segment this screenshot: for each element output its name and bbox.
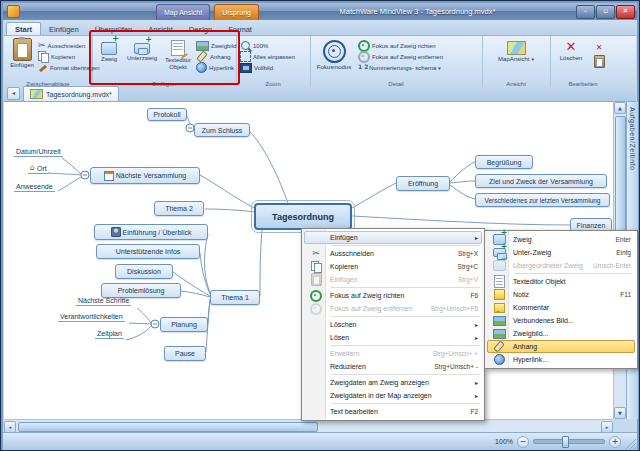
node-unterstuetzende-infos[interactable]: Unterstützende Infos	[96, 244, 200, 259]
ribbon-tab-format[interactable]: Format	[220, 23, 260, 35]
node-pause[interactable]: Pause	[164, 346, 206, 361]
node-verantwortlichkeiten[interactable]: Verantwortlichkeiten	[58, 313, 125, 322]
edit-extra-button-2[interactable]	[594, 56, 605, 67]
node-zum-schluss[interactable]: Zum Schluss	[194, 123, 250, 137]
focus-target-icon	[310, 290, 322, 302]
menu-item-loesen[interactable]: Lösen ▸	[304, 331, 482, 344]
paste-button[interactable]: Einfügen	[6, 38, 38, 69]
scroll-up-button[interactable]: ▲	[614, 102, 626, 114]
menu-item-kopieren[interactable]: Kopieren Strg+C	[304, 260, 482, 273]
subbranch-button[interactable]: Unterzweig	[124, 39, 160, 62]
scroll-down-button[interactable]: ▼	[614, 407, 626, 419]
ribbon-tab-ansicht[interactable]: Ansicht	[140, 23, 181, 35]
submenu-item-anhang[interactable]: Anhang	[487, 340, 635, 353]
submenu-item-texteditor-objekt[interactable]: Texteditor Objekt	[487, 275, 635, 288]
node-naechste-schritte[interactable]: Nächste Schritte	[76, 297, 131, 306]
resize-grip[interactable]	[625, 438, 636, 449]
fullscreen-button[interactable]: Vollbild	[240, 62, 273, 73]
zoom-in-button[interactable]: +	[609, 436, 621, 448]
node-anwesende[interactable]: Anwesende	[14, 183, 55, 192]
map-icon	[507, 41, 526, 55]
zoom-100-button[interactable]: 100%	[240, 40, 268, 51]
node-zeitplan[interactable]: Zeitplan	[95, 330, 124, 339]
node-diskussion[interactable]: Diskussion	[115, 264, 173, 279]
node-planung[interactable]: Planung	[160, 317, 208, 332]
delete-small-icon: ✕	[594, 43, 604, 53]
cut-button[interactable]: ✂ Ausschneiden	[38, 40, 85, 51]
maximize-button[interactable]: ▫	[596, 5, 615, 19]
menu-item-einfuegen[interactable]: Einfügen ▸	[304, 231, 482, 244]
menu-item-zweigdaten-zweig[interactable]: Zweigdaten am Zweig anzeigen ▸	[304, 376, 482, 389]
node-ziel-zweck[interactable]: Ziel und Zweck der Versammlung	[475, 174, 607, 188]
menu-item-erweitern: Erweitern Strg+Umsch+ +	[304, 347, 482, 360]
close-button[interactable]: ✕	[616, 5, 635, 19]
edit-extra-button-1[interactable]: ✕	[594, 42, 604, 53]
submenu-item-verbundenes-bild[interactable]: Verbundenes Bild...	[487, 314, 635, 327]
paste-icon	[13, 38, 32, 61]
focus-remove-button[interactable]: Fokus auf Zweig entfernen	[358, 51, 443, 62]
ribbon-tab-start[interactable]: Start	[6, 22, 41, 35]
parent-branch-icon	[493, 260, 506, 271]
menu-item-loeschen[interactable]: Löschen ▸	[304, 318, 482, 331]
map-view-button[interactable]: MapAnsicht ▾	[490, 39, 542, 63]
delete-button[interactable]: ✕ Löschen	[554, 39, 588, 62]
submenu-item-hyperlink[interactable]: Hyperlink...	[487, 353, 635, 366]
node-naechste-versammlung[interactable]: Nächste Versammlung	[90, 167, 200, 184]
node-einfuehrung-ueberblick[interactable]: Einführung / Überblick	[94, 224, 208, 240]
node-problemloesung[interactable]: Problemlösung	[101, 283, 181, 298]
zoom-slider[interactable]	[533, 439, 605, 444]
submenu-item-kommentar[interactable]: Kommentar	[487, 301, 635, 314]
app-window: Map Ansicht Ursprung MatchWare MindView …	[0, 0, 640, 451]
branch-button[interactable]: Zweig	[95, 39, 123, 63]
group-einfuegen: Zweig Unterzweig Texteditor Objekt Zweig…	[92, 36, 237, 88]
zoom-out-button[interactable]: −	[517, 436, 529, 448]
node-eroeffnung[interactable]: Eröffnung	[396, 176, 450, 191]
submenu-arrow-icon: ▸	[470, 392, 478, 399]
group-zoom: 100% Alles einpassen Vollbild Zoom	[236, 36, 311, 88]
minimize-button[interactable]: –	[576, 5, 595, 19]
fullscreen-icon	[240, 63, 252, 73]
node-datum-uhrzeit[interactable]: Datum/Uhrzeit	[14, 148, 63, 157]
app-icon[interactable]	[7, 5, 20, 18]
contextual-tab-ursprung[interactable]: Ursprung	[214, 4, 259, 20]
delete-label: Löschen	[560, 55, 583, 62]
format-painter-button[interactable]: Format übertragen	[38, 62, 100, 73]
numbering-scheme-button[interactable]: Nummerierungs- schema ▾	[358, 62, 441, 73]
branch-image-button[interactable]: Zweigbild	[196, 40, 236, 51]
hyperlink-button[interactable]: Hyperlink	[196, 62, 234, 73]
menu-item-label: Zweigbild...	[509, 330, 631, 337]
node-verschiedenes[interactable]: Verschiedenes zur letzten Versammlung	[475, 193, 610, 207]
menu-item-zweigdaten-map[interactable]: Zweigdaten in der Map anzeigen ▸	[304, 389, 482, 402]
node-ort[interactable]: ⌂ Ort	[28, 164, 49, 174]
menu-item-ausschneiden[interactable]: ✂ Ausschneiden Strg+X	[304, 247, 482, 260]
menu-item-text-bearbeiten[interactable]: Text bearbeiten F2	[304, 405, 482, 418]
node-thema-1[interactable]: Thema 1	[210, 290, 260, 305]
submenu-item-zweig[interactable]: Zweig Enter	[487, 233, 635, 246]
focus-branch-button[interactable]: Fokus auf Zweig richten	[358, 40, 436, 51]
menu-item-reduzieren[interactable]: Reduzieren Strg+Umsch+ -	[304, 360, 482, 373]
submenu-item-zweigbild[interactable]: Zweigbild...	[487, 327, 635, 340]
horizontal-scroll-thumb[interactable]	[18, 422, 318, 432]
copy-button[interactable]: Kopieren	[38, 51, 75, 62]
node-thema-2[interactable]: Thema 2	[154, 201, 204, 216]
paste-label: Einfügen	[10, 62, 34, 69]
node-protokoll[interactable]: Protokoll	[147, 108, 187, 121]
zoom-slider-thumb[interactable]	[562, 436, 569, 448]
submenu-item-notiz[interactable]: Notiz F11	[487, 288, 635, 301]
contextual-tab-map-ansicht[interactable]: Map Ansicht	[156, 4, 210, 20]
node-begruessung[interactable]: Begrüßung	[475, 155, 533, 169]
menu-item-fokus-richten[interactable]: Fokus auf Zweig richten F6	[304, 289, 482, 302]
map-view-label: MapAnsicht	[498, 56, 529, 63]
document-tab[interactable]: Tagesordnung.mvdx*	[23, 86, 119, 101]
menu-item-label: Löschen	[326, 321, 470, 328]
texteditor-object-button[interactable]: Texteditor Objekt	[161, 38, 195, 70]
ribbon-tab-einfuegen[interactable]: Einfügen	[41, 23, 87, 35]
fit-all-button[interactable]: Alles einpassen	[240, 51, 295, 62]
attachment-button[interactable]: Anhang	[196, 51, 231, 62]
doctab-scroll-left-button[interactable]: ◂	[7, 87, 20, 100]
submenu-item-unter-zweig[interactable]: Unter-Zweig Einfg	[487, 246, 635, 259]
ribbon-tab-design[interactable]: Design	[181, 23, 220, 35]
menu-item-label: Anhang	[509, 343, 631, 350]
root-node-tagesordnung[interactable]: Tagesordnung	[254, 203, 352, 230]
focus-mode-button[interactable]: Fokusmodus	[312, 38, 356, 71]
